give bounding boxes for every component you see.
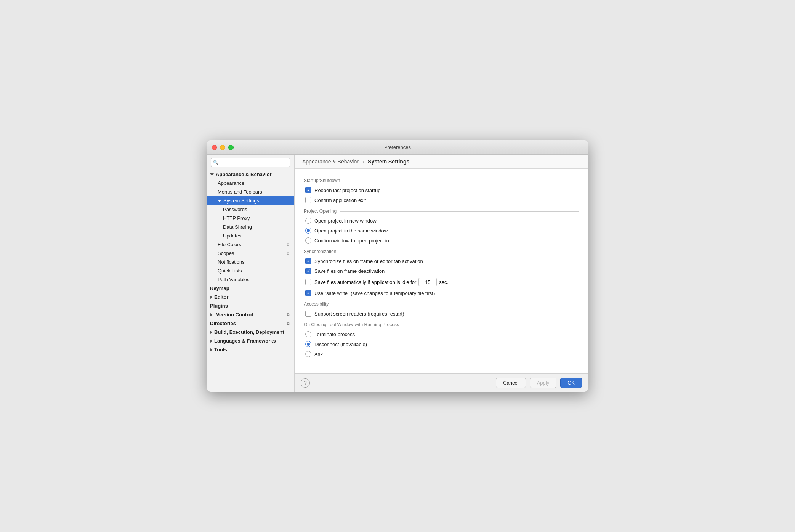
save-files-deactivation-label[interactable]: Save files on frame deactivation — [305, 268, 385, 274]
sidebar-item-data-sharing[interactable]: Data Sharing — [207, 223, 294, 231]
ask-label[interactable]: Ask — [305, 351, 323, 357]
sidebar-item-editor[interactable]: Editor — [207, 293, 294, 301]
sidebar-item-updates[interactable]: Updates — [207, 231, 294, 240]
sidebar-item-tools[interactable]: Tools — [207, 345, 294, 354]
sidebar-item-http-proxy[interactable]: HTTP Proxy — [207, 214, 294, 223]
breadcrumb-parent: Appearance & Behavior — [302, 159, 359, 165]
setting-save-files-idle[interactable]: Save files automatically if application … — [304, 278, 579, 286]
window-title: Preferences — [384, 144, 411, 150]
sidebar: 🔍 Appearance & Behavior Appearance Menus… — [207, 155, 295, 392]
sidebar-item-label: Editor — [214, 294, 229, 300]
sidebar-item-passwords[interactable]: Passwords — [207, 205, 294, 214]
ok-button[interactable]: OK — [560, 378, 582, 388]
section-closing-tool-window: On Closing Tool Window with Running Proc… — [304, 322, 579, 327]
confirm-window-label[interactable]: Confirm window to open project in — [305, 237, 389, 244]
sidebar-item-scopes[interactable]: Scopes ⧉ — [207, 249, 294, 258]
sidebar-item-system-settings[interactable]: System Settings — [207, 196, 294, 205]
bottom-bar: ? Cancel Apply OK — [295, 373, 588, 392]
sidebar-item-label: Updates — [223, 233, 241, 239]
setting-reopen-last-project[interactable]: Reopen last project on startup — [304, 187, 579, 193]
minimize-button[interactable] — [220, 145, 225, 150]
sidebar-item-label: Scopes — [218, 250, 234, 256]
terminate-process-radio[interactable] — [305, 331, 311, 337]
confirm-app-exit-label[interactable]: Confirm application exit — [305, 197, 366, 203]
terminate-process-label[interactable]: Terminate process — [305, 331, 355, 337]
sidebar-item-label: File Colors — [218, 242, 241, 247]
save-files-deactivation-checkbox[interactable] — [305, 268, 311, 274]
sidebar-item-appearance-behavior[interactable]: Appearance & Behavior — [207, 170, 294, 179]
sidebar-item-file-colors[interactable]: File Colors ⧉ — [207, 240, 294, 249]
idle-timeout-input[interactable] — [418, 278, 437, 286]
sidebar-item-version-control[interactable]: Version Control ⧉ — [207, 310, 294, 319]
open-same-window-radio[interactable] — [305, 228, 311, 234]
setting-safe-write[interactable]: Use "safe write" (save changes to a temp… — [304, 290, 579, 296]
sidebar-item-label: Passwords — [223, 207, 247, 212]
sidebar-item-languages-frameworks[interactable]: Languages & Frameworks — [207, 337, 294, 345]
sidebar-item-quick-lists[interactable]: Quick Lists — [207, 266, 294, 275]
sidebar-item-label: Plugins — [210, 303, 228, 309]
main-panel: Appearance & Behavior › System Settings … — [295, 155, 588, 392]
sidebar-item-label: Directories — [210, 320, 236, 326]
sidebar-item-label: HTTP Proxy — [223, 215, 250, 221]
screen-readers-checkbox[interactable] — [305, 311, 311, 317]
bottom-actions: Cancel Apply OK — [496, 378, 582, 388]
sidebar-item-label: Keymap — [210, 285, 229, 291]
sync-files-label[interactable]: Synchronize files on frame or editor tab… — [305, 258, 423, 264]
setting-ask[interactable]: Ask — [304, 351, 579, 357]
sidebar-item-directories[interactable]: Directories ⧉ — [207, 319, 294, 328]
confirm-app-exit-checkbox[interactable] — [305, 197, 311, 203]
setting-confirm-app-exit[interactable]: Confirm application exit — [304, 197, 579, 203]
disconnect-label[interactable]: Disconnect (if available) — [305, 341, 367, 347]
sidebar-item-label: Notifications — [218, 259, 245, 265]
sidebar-item-label: Menus and Toolbars — [218, 189, 262, 195]
reopen-last-project-label[interactable]: Reopen last project on startup — [305, 187, 380, 193]
search-input[interactable] — [211, 158, 290, 167]
setting-open-same-window[interactable]: Open project in the same window — [304, 228, 579, 234]
setting-confirm-window[interactable]: Confirm window to open project in — [304, 237, 579, 244]
triangle-right-icon — [210, 348, 212, 352]
setting-screen-readers[interactable]: Support screen readers (requires restart… — [304, 311, 579, 317]
breadcrumb-separator: › — [362, 159, 364, 165]
search-box[interactable]: 🔍 — [211, 158, 290, 167]
ask-radio[interactable] — [305, 351, 311, 357]
save-files-idle-checkbox[interactable] — [305, 279, 311, 285]
screen-readers-label[interactable]: Support screen readers (requires restart… — [305, 311, 404, 317]
sidebar-item-label: Path Variables — [218, 277, 250, 282]
sidebar-item-menus-toolbars[interactable]: Menus and Toolbars — [207, 187, 294, 196]
setting-open-new-window[interactable]: Open project in new window — [304, 218, 579, 224]
help-button[interactable]: ? — [301, 378, 310, 388]
open-new-window-radio[interactable] — [305, 218, 311, 224]
confirm-window-radio[interactable] — [305, 237, 311, 244]
preferences-window: Preferences 🔍 Appearance & Behavior Appe… — [207, 140, 588, 392]
sidebar-item-label: Appearance & Behavior — [216, 171, 272, 177]
sync-files-checkbox[interactable] — [305, 258, 311, 264]
setting-disconnect[interactable]: Disconnect (if available) — [304, 341, 579, 347]
cancel-button[interactable]: Cancel — [496, 378, 526, 388]
traffic-lights — [212, 145, 234, 150]
open-new-window-label[interactable]: Open project in new window — [305, 218, 377, 224]
triangle-right-icon — [210, 313, 212, 317]
sidebar-item-appearance[interactable]: Appearance — [207, 179, 294, 187]
sidebar-item-label: Languages & Frameworks — [214, 338, 276, 344]
open-same-window-label[interactable]: Open project in the same window — [305, 228, 388, 234]
sidebar-item-build-execution-deployment[interactable]: Build, Execution, Deployment — [207, 328, 294, 337]
file-colors-badge-icon: ⧉ — [285, 242, 290, 247]
safe-write-checkbox[interactable] — [305, 290, 311, 296]
reopen-last-project-checkbox[interactable] — [305, 187, 311, 193]
close-button[interactable] — [212, 145, 217, 150]
maximize-button[interactable] — [228, 145, 234, 150]
safe-write-label[interactable]: Use "safe write" (save changes to a temp… — [305, 290, 435, 296]
section-synchronization: Synchronization — [304, 249, 579, 254]
sidebar-item-plugins[interactable]: Plugins — [207, 301, 294, 310]
sidebar-item-label: System Settings — [223, 198, 259, 204]
disconnect-radio[interactable] — [305, 341, 311, 347]
sidebar-item-path-variables[interactable]: Path Variables — [207, 275, 294, 284]
setting-terminate-process[interactable]: Terminate process — [304, 331, 579, 337]
triangle-right-icon — [210, 295, 212, 299]
sidebar-item-notifications[interactable]: Notifications — [207, 258, 294, 266]
setting-save-files-deactivation[interactable]: Save files on frame deactivation — [304, 268, 579, 274]
apply-button[interactable]: Apply — [530, 378, 557, 388]
main-content: 🔍 Appearance & Behavior Appearance Menus… — [207, 155, 588, 392]
sidebar-item-keymap[interactable]: Keymap — [207, 284, 294, 293]
setting-sync-files[interactable]: Synchronize files on frame or editor tab… — [304, 258, 579, 264]
